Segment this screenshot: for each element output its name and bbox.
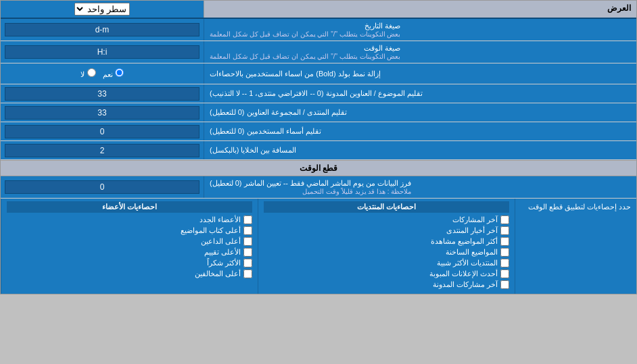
- cell-spacing-label: المسافة بين الخلايا (بالبكسل): [204, 141, 636, 159]
- cell-spacing-input-area: [1, 141, 204, 159]
- stat-posts-latest-label: آخر المشاركات: [452, 215, 498, 224]
- stat-top-inviters-label: أعلى الداعين: [201, 237, 241, 246]
- members-stats-title: احصاءيات الأعضاء: [7, 201, 252, 213]
- stat-classifieds-label: أحدث الإعلانات المبوبة: [429, 269, 498, 278]
- cell-spacing-row: المسافة بين الخلايا (بالبكسل): [1, 141, 636, 160]
- bold-remove-label: إزالة نمط بولد (Bold) من اسماء المستخدمي…: [204, 63, 636, 84]
- members-stats-group: احصاءيات الأعضاء الأعضاء الجدد أعلى كتاب…: [1, 199, 258, 294]
- stat-top-writers-label: أعلى كتاب المواضيع: [181, 226, 241, 235]
- stat-most-thanked-label: الأكثر شكراً: [207, 259, 241, 267]
- stat-hot-topics-label: المواضيع الساخنة: [446, 248, 498, 257]
- date-format-input-area: [1, 19, 204, 41]
- title-headings-input[interactable]: [5, 87, 199, 101]
- stat-posts-latest-cb[interactable]: [500, 215, 509, 224]
- bold-no-radio[interactable]: [87, 68, 96, 77]
- usernames-input-area: [1, 122, 204, 140]
- date-format-label: صيغة التاريخ بعض التكوينات يتطلب "/" الت…: [204, 19, 636, 41]
- stat-top-inviters: أعلى الداعين: [7, 237, 252, 246]
- forum-headings-input[interactable]: [5, 106, 199, 120]
- time-cut-row: فرز البيانات من يوم الماشر الماضي فقط --…: [1, 176, 636, 199]
- stat-most-viewed-label: أكثر المواضيع مشاهدة: [431, 237, 498, 246]
- stat-top-rated-cb[interactable]: [243, 248, 252, 257]
- bold-no-label: لا: [80, 68, 95, 79]
- display-select[interactable]: سطر واحدسطرينثلاثة أسطر: [74, 3, 130, 16]
- date-format-row: صيغة التاريخ بعض التكوينات يتطلب "/" الت…: [1, 19, 636, 41]
- stat-item-4: المنتديات الأكثر شبية: [264, 259, 509, 267]
- bold-remove-radio-area: نعم لا: [1, 63, 204, 84]
- stat-item-0: آخر المشاركات: [264, 215, 509, 224]
- stat-top-writers-cb[interactable]: [243, 226, 252, 235]
- time-cut-input[interactable]: [5, 180, 199, 194]
- stat-most-forums-cb[interactable]: [500, 259, 509, 267]
- stat-item-5: أحدث الإعلانات المبوبة: [264, 269, 509, 278]
- stat-blog-posts-cb[interactable]: [500, 280, 509, 289]
- title-headings-row: تقليم الموضوع / العناوين المدونة (0 -- ا…: [1, 84, 636, 103]
- stat-item-3: المواضيع الساخنة: [264, 248, 509, 257]
- stat-top-inviters-cb[interactable]: [243, 237, 252, 246]
- stat-blog-posts-label: آخر مشاركات المدونة: [433, 280, 498, 289]
- bold-yes-radio[interactable]: [115, 68, 124, 77]
- stat-hot-topics-cb[interactable]: [500, 248, 509, 257]
- apply-time-cut-label: حدد إحصاءيات لتطبيق قطع الوقت: [515, 199, 636, 294]
- main-container: العرض سطر واحدسطرينثلاثة أسطر صيغة التار…: [0, 0, 637, 294]
- time-cut-header: قطع الوقت: [1, 160, 636, 176]
- posts-stats-group: احصاءيات المنتديات آخر المشاركات آخر أخب…: [258, 199, 515, 294]
- bold-yes-label: نعم: [103, 68, 124, 79]
- posts-stats-title: احصاءيات المنتديات: [264, 201, 509, 213]
- stat-classifieds-cb[interactable]: [500, 269, 509, 278]
- date-format-input[interactable]: [5, 23, 199, 36]
- top-header-row: العرض سطر واحدسطرينثلاثة أسطر: [1, 1, 636, 19]
- usernames-label: تقليم أسماء المستخدمين (0 للتعطيل): [204, 122, 636, 140]
- forum-headings-row: تقليم المنتدى / المجموعة العناوين (0 للت…: [1, 103, 636, 122]
- time-format-input[interactable]: [5, 45, 199, 59]
- bold-remove-row: إزالة نمط بولد (Bold) من اسماء المستخدمي…: [1, 63, 636, 84]
- title-headings-input-area: [1, 84, 204, 103]
- forum-headings-input-area: [1, 103, 204, 122]
- stat-new-members: الأعضاء الجدد: [7, 215, 252, 224]
- stat-item-6: آخر مشاركات المدونة: [264, 280, 509, 289]
- stat-forum-news-cb[interactable]: [500, 226, 509, 235]
- time-format-input-area: [1, 41, 204, 63]
- time-cut-label: فرز البيانات من يوم الماشر الماضي فقط --…: [204, 176, 636, 198]
- stat-item-2: أكثر المواضيع مشاهدة: [264, 237, 509, 246]
- display-input-area: سطر واحدسطرينثلاثة أسطر: [1, 1, 204, 18]
- stat-top-writers: أعلى كتاب المواضيع: [7, 226, 252, 235]
- display-label: العرض: [204, 1, 636, 18]
- stat-forum-news-label: آخر أخبار المنتدى: [446, 226, 498, 235]
- stat-new-members-label: الأعضاء الجدد: [199, 215, 241, 224]
- stat-top-violators-label: أعلى المخالفين: [195, 269, 241, 278]
- stat-most-viewed-cb[interactable]: [500, 237, 509, 246]
- stat-most-thanked: الأكثر شكراً: [7, 259, 252, 267]
- stat-top-rated-label: الأعلى تقييم: [204, 248, 241, 257]
- time-format-label: صيغة الوقت بعض التكوينات يتطلب "/" التي …: [204, 41, 636, 63]
- usernames-input[interactable]: [5, 125, 199, 138]
- time-cut-input-area: [1, 176, 204, 198]
- time-format-row: صيغة الوقت بعض التكوينات يتطلب "/" التي …: [1, 41, 636, 63]
- bottom-stats-area: حدد إحصاءيات لتطبيق قطع الوقت احصاءيات ا…: [1, 199, 636, 294]
- title-headings-label: تقليم الموضوع / العناوين المدونة (0 -- ا…: [204, 84, 636, 103]
- cell-spacing-input[interactable]: [5, 144, 199, 157]
- forum-headings-label: تقليم المنتدى / المجموعة العناوين (0 للت…: [204, 103, 636, 122]
- stat-most-forums-label: المنتديات الأكثر شبية: [437, 259, 498, 267]
- stat-top-violators-cb[interactable]: [243, 269, 252, 278]
- stat-most-thanked-cb[interactable]: [243, 259, 252, 267]
- stat-new-members-cb[interactable]: [243, 215, 252, 224]
- stat-top-violators: أعلى المخالفين: [7, 269, 252, 278]
- stat-item-1: آخر أخبار المنتدى: [264, 226, 509, 235]
- usernames-row: تقليم أسماء المستخدمين (0 للتعطيل): [1, 122, 636, 141]
- stat-top-rated: الأعلى تقييم: [7, 248, 252, 257]
